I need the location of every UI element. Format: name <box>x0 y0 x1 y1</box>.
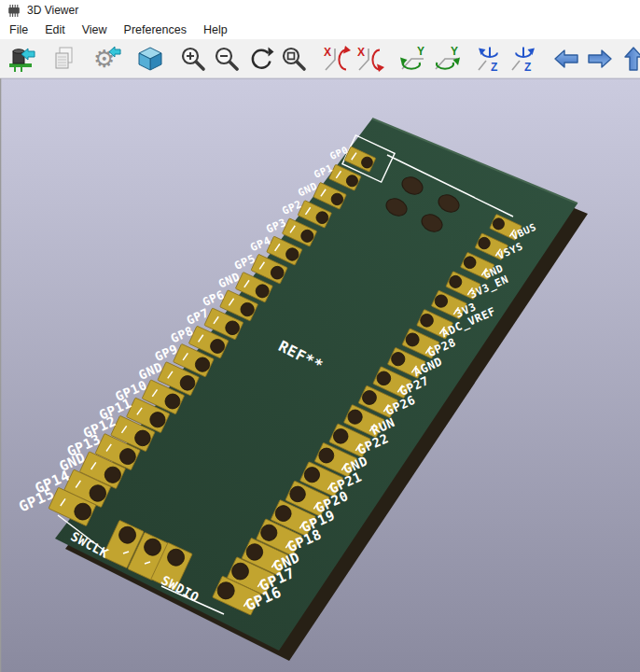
app-window: 3D Viewer FileEditViewPreferencesHelp ⚙X… <box>0 0 640 672</box>
zoom-fit-icon <box>280 45 308 73</box>
rotate-y-ccw-icon: Y <box>433 45 461 73</box>
rotate-x-ccw-button[interactable]: X <box>355 43 386 75</box>
reload-board-icon <box>7 45 35 73</box>
svg-text:Z: Z <box>524 61 531 73</box>
zoom-in-icon <box>179 45 207 73</box>
zoom-out-icon <box>213 45 241 73</box>
svg-text:X: X <box>357 46 365 59</box>
rotate-z-ccw-button[interactable]: Z <box>508 43 539 75</box>
zoom-out-button[interactable] <box>211 43 243 75</box>
rotate-z-cw-icon: Z <box>476 45 504 73</box>
title-bar[interactable]: 3D Viewer <box>0 0 640 21</box>
zoom-in-button[interactable] <box>177 43 209 75</box>
pan-up-button[interactable] <box>618 43 640 75</box>
render-options-button[interactable]: ⚙ <box>91 43 123 75</box>
menu-item-view[interactable]: View <box>74 21 116 38</box>
rotate-z-cw-button[interactable]: Z <box>474 43 506 75</box>
window-title: 3D Viewer <box>27 4 78 17</box>
redraw-button[interactable] <box>244 43 276 75</box>
copy-image-icon <box>50 45 78 73</box>
render-options-icon: ⚙ <box>93 45 121 73</box>
rotate-y-ccw-button[interactable]: Y <box>431 43 463 75</box>
rotate-y-cw-icon: Y <box>399 45 427 73</box>
redraw-icon <box>246 45 274 73</box>
menu-item-preferences[interactable]: Preferences <box>116 21 195 38</box>
rotate-x-cw-button[interactable]: X <box>321 43 353 75</box>
viewport-3d[interactable]: GP0GP1GNDGP2GP3GP4GP5GNDGP6GP7GP8GP9GNDG… <box>0 78 640 672</box>
ic-chip-icon <box>7 3 21 18</box>
pan-up-icon <box>619 45 640 73</box>
rotate-x-cw-icon: X <box>323 45 351 73</box>
toolbar: ⚙XXYYZZ <box>0 39 640 78</box>
menu-item-edit[interactable]: Edit <box>36 21 74 38</box>
copy-image-button[interactable] <box>49 43 80 75</box>
pan-right-button[interactable] <box>584 43 616 75</box>
menu-item-help[interactable]: Help <box>195 21 236 38</box>
viewport-container: GP0GP1GNDGP2GP3GP4GP5GNDGP6GP7GP8GP9GNDG… <box>0 78 640 672</box>
rotate-x-ccw-icon: X <box>356 45 384 73</box>
menu-bar: FileEditViewPreferencesHelp <box>0 21 640 39</box>
zoom-fit-button[interactable] <box>278 43 310 75</box>
svg-text:Z: Z <box>491 61 497 73</box>
rotate-z-ccw-icon: Z <box>509 45 537 73</box>
rotate-y-cw-button[interactable]: Y <box>397 43 429 75</box>
reload-board-button[interactable] <box>6 43 37 75</box>
pan-left-icon <box>552 45 580 73</box>
svg-text:Y: Y <box>451 45 458 58</box>
pan-left-button[interactable] <box>550 43 582 75</box>
svg-text:Y: Y <box>417 45 424 58</box>
orthographic-cube-button[interactable] <box>134 43 166 75</box>
svg-text:X: X <box>324 46 331 59</box>
orthographic-cube-icon <box>136 45 164 73</box>
pan-right-icon <box>586 45 614 73</box>
menu-item-file[interactable]: File <box>1 21 36 38</box>
